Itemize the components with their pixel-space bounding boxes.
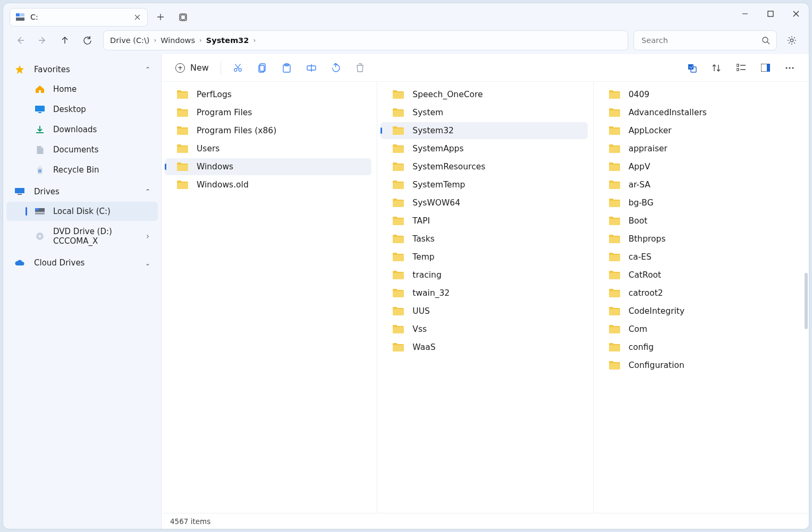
folder-item[interactable]: appraiser bbox=[597, 140, 803, 157]
folder-item[interactable]: Windows bbox=[165, 158, 371, 175]
sidebar-section-drives[interactable]: Drives ⌃ bbox=[3, 183, 161, 201]
breadcrumb-segment[interactable]: System32 bbox=[206, 36, 249, 45]
folder-item[interactable]: System32 bbox=[380, 122, 587, 139]
search-icon bbox=[762, 36, 770, 45]
search-input[interactable] bbox=[640, 36, 762, 45]
folder-item[interactable]: ar-SA bbox=[597, 176, 803, 193]
tab-overview-button[interactable] bbox=[173, 7, 192, 27]
preview-pane-button[interactable] bbox=[755, 57, 776, 79]
sort-button[interactable] bbox=[706, 57, 727, 79]
folder-icon bbox=[392, 108, 404, 117]
close-tab-icon[interactable] bbox=[132, 12, 142, 22]
folder-item[interactable]: Com bbox=[597, 321, 803, 338]
folder-item[interactable]: Program Files (x86) bbox=[165, 122, 371, 139]
folder-item[interactable]: Boot bbox=[597, 212, 803, 229]
breadcrumb-segment[interactable]: Windows bbox=[160, 36, 195, 45]
back-button[interactable] bbox=[10, 30, 31, 50]
svg-rect-2 bbox=[16, 18, 24, 21]
svg-rect-13 bbox=[15, 188, 24, 193]
folder-item[interactable]: AppV bbox=[597, 158, 803, 175]
folder-item[interactable]: Temp bbox=[380, 248, 587, 265]
settings-button[interactable] bbox=[782, 31, 801, 50]
folder-icon bbox=[176, 162, 188, 171]
sidebar-item-documents[interactable]: Documents bbox=[6, 140, 158, 159]
folder-item[interactable]: CodeIntegrity bbox=[597, 303, 803, 320]
chevron-right-icon: › bbox=[251, 37, 258, 44]
folder-item[interactable]: Windows.old bbox=[165, 176, 371, 193]
sidebar-item-local-disk[interactable]: Local Disk (C:) bbox=[6, 202, 158, 221]
svg-point-19 bbox=[39, 235, 41, 237]
folder-item[interactable]: Configuration bbox=[597, 357, 803, 374]
new-tab-button[interactable] bbox=[151, 7, 170, 27]
folder-item[interactable]: AppLocker bbox=[597, 122, 803, 139]
chevron-right-icon: › bbox=[146, 231, 149, 241]
view-button[interactable] bbox=[730, 57, 751, 79]
section-label: Favorites bbox=[34, 65, 70, 74]
forward-button[interactable] bbox=[32, 30, 53, 50]
breadcrumb[interactable]: Drive (C:\) › Windows › System32 › bbox=[103, 30, 628, 50]
folder-item[interactable]: ca-ES bbox=[597, 248, 803, 265]
select-tool-button[interactable] bbox=[681, 57, 703, 79]
close-button[interactable] bbox=[783, 3, 809, 24]
folder-item[interactable]: Program Files bbox=[165, 104, 371, 121]
recycle-bin-icon bbox=[34, 165, 46, 175]
folder-item[interactable]: 0409 bbox=[597, 86, 803, 103]
desktop-icon bbox=[34, 105, 46, 114]
folder-item[interactable]: tracing bbox=[380, 267, 587, 284]
share-button[interactable] bbox=[325, 57, 346, 79]
folder-item[interactable]: TAPI bbox=[380, 212, 587, 229]
breadcrumb-segment[interactable]: Drive (C:\) bbox=[110, 36, 149, 45]
folder-icon bbox=[176, 126, 188, 135]
folder-item[interactable]: SystemApps bbox=[380, 140, 587, 157]
copy-button[interactable] bbox=[252, 57, 273, 79]
folder-item[interactable]: twain_32 bbox=[380, 285, 587, 302]
sidebar-item-downloads[interactable]: Downloads bbox=[6, 120, 158, 139]
folder-item[interactable]: Speech_OneCore bbox=[380, 86, 587, 103]
refresh-button[interactable] bbox=[77, 30, 98, 50]
folder-item[interactable]: catroot2 bbox=[597, 285, 803, 302]
sidebar-item-recycle[interactable]: Recycle Bin bbox=[6, 160, 158, 179]
cut-button[interactable] bbox=[227, 57, 249, 79]
tab-current[interactable]: C: bbox=[10, 8, 148, 27]
folder-icon bbox=[392, 198, 404, 208]
folder-item[interactable]: Tasks bbox=[380, 230, 587, 247]
column-0: PerfLogs Program Files Program Files (x8… bbox=[162, 82, 377, 513]
folder-item[interactable]: bg-BG bbox=[597, 194, 803, 211]
sidebar-item-home[interactable]: Home bbox=[6, 80, 158, 99]
sidebar-item-desktop[interactable]: Desktop bbox=[6, 100, 158, 119]
sidebar-section-favorites[interactable]: Favorites ⌃ bbox=[3, 61, 161, 79]
folder-icon bbox=[608, 306, 620, 316]
folder-icon bbox=[608, 90, 620, 99]
folder-icon bbox=[392, 162, 404, 171]
folder-item[interactable]: Vss bbox=[380, 321, 587, 338]
svg-rect-17 bbox=[35, 212, 45, 214]
folder-item[interactable]: config bbox=[597, 339, 803, 356]
sidebar-section-cloud[interactable]: Cloud Drives ⌃ bbox=[3, 254, 161, 272]
more-button[interactable] bbox=[779, 57, 800, 79]
section-label: Cloud Drives bbox=[34, 258, 84, 268]
folder-icon bbox=[608, 342, 620, 352]
folder-item[interactable]: Bthprops bbox=[597, 230, 803, 247]
drive-icon bbox=[34, 207, 46, 216]
new-label: New bbox=[190, 63, 209, 73]
folder-item[interactable]: PerfLogs bbox=[165, 86, 371, 103]
search-field[interactable] bbox=[633, 30, 777, 50]
folder-item[interactable]: SysWOW64 bbox=[380, 194, 587, 211]
folder-item[interactable]: SystemResources bbox=[380, 158, 587, 175]
sidebar-item-dvd[interactable]: DVD Drive (D:) CCCOMA_X› bbox=[6, 222, 158, 251]
maximize-button[interactable] bbox=[758, 3, 783, 24]
paste-button[interactable] bbox=[276, 57, 298, 79]
folder-item[interactable]: System bbox=[380, 104, 587, 121]
new-button[interactable]: + New bbox=[170, 59, 214, 76]
up-button[interactable] bbox=[54, 30, 75, 50]
folder-item[interactable]: Users bbox=[165, 140, 371, 157]
rename-button[interactable] bbox=[301, 57, 322, 79]
folder-item[interactable]: UUS bbox=[380, 303, 587, 320]
folder-icon bbox=[608, 144, 620, 153]
delete-button[interactable] bbox=[350, 57, 371, 79]
folder-item[interactable]: CatRoot bbox=[597, 267, 803, 284]
folder-item[interactable]: SystemTemp bbox=[380, 176, 587, 193]
minimize-button[interactable] bbox=[732, 3, 758, 24]
folder-item[interactable]: AdvancedInstallers bbox=[597, 104, 803, 121]
folder-item[interactable]: WaaS bbox=[380, 339, 587, 356]
